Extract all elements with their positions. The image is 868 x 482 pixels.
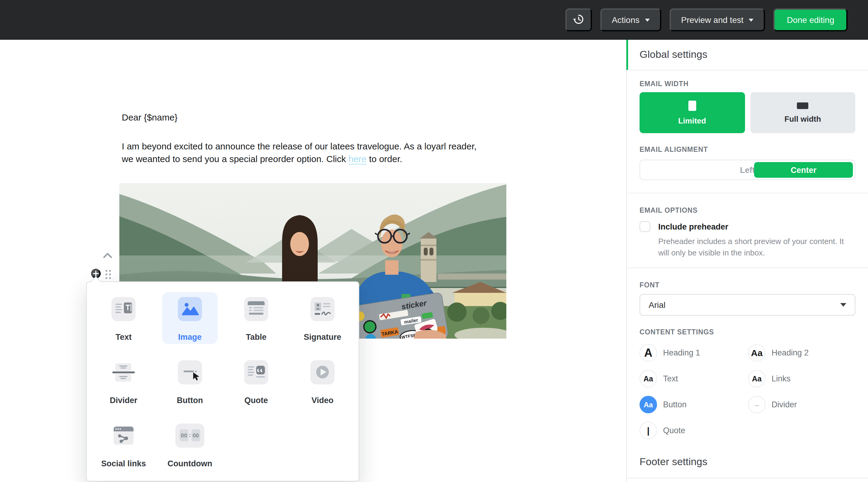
social-links-block-icon — [112, 423, 135, 448]
global-settings-title: Global settings — [640, 49, 707, 61]
quote-block-icon — [244, 360, 268, 384]
block-picker-popup: Text Image — [86, 281, 359, 481]
order-link[interactable]: here — [348, 154, 367, 164]
email-width-full-option[interactable]: Full width — [750, 92, 855, 133]
drag-handle[interactable] — [104, 269, 112, 279]
text-style-icon: Aa — [640, 370, 657, 387]
done-editing-button[interactable]: Done editing — [774, 8, 847, 31]
include-preheader-label: Include preheader — [658, 222, 728, 231]
global-settings-header[interactable]: Global settings — [627, 40, 868, 70]
chevron-down-icon — [645, 19, 650, 22]
content-setting-heading1[interactable]: A Heading 1 — [640, 344, 748, 361]
section-divider — [627, 267, 868, 268]
paragraph-line2-before: we weanted to send you a special preorde… — [122, 154, 348, 164]
block-item-countdown[interactable]: 00 : 00 Countdown — [162, 419, 218, 471]
block-item-image[interactable]: Image — [162, 292, 218, 344]
countdown-block-icon: 00 : 00 — [176, 423, 204, 448]
limited-width-icon — [688, 100, 696, 110]
text-block-icon — [112, 297, 135, 321]
footer-settings-header[interactable]: Footer settings — [627, 446, 868, 478]
svg-text::: : — [189, 432, 191, 438]
block-item-table[interactable]: Table — [228, 292, 284, 344]
svg-text:00: 00 — [193, 432, 199, 439]
section-divider — [627, 193, 868, 193]
font-select-value: Arial — [649, 300, 665, 310]
alignment-center-option[interactable]: Center — [754, 162, 853, 178]
block-item-divider[interactable]: Divider — [96, 355, 151, 407]
preheader-description: Preheader includes a short preview of yo… — [658, 235, 856, 258]
preview-and-test-label: Preview and test — [681, 15, 744, 25]
move-block-up-button[interactable] — [102, 251, 113, 258]
church-tower — [420, 232, 438, 282]
full-width-icon — [797, 102, 809, 109]
actions-label: Actions — [612, 15, 640, 25]
content-setting-divider[interactable]: – Divider — [748, 396, 855, 413]
content-setting-text[interactable]: Aa Text — [640, 370, 748, 387]
paragraph-line2-after: to order. — [367, 154, 402, 164]
topbar: Actions Preview and test Done editing — [0, 0, 868, 40]
email-alignment-heading: EMAIL ALIGNMENT — [640, 146, 855, 153]
heading2-icon: Aa — [748, 344, 766, 361]
block-item-button[interactable]: Button — [162, 355, 218, 407]
image-block-icon — [178, 297, 202, 321]
preview-and-test-button[interactable]: Preview and test — [670, 8, 765, 31]
content-setting-quote[interactable]: | Quote — [640, 422, 748, 439]
font-select[interactable]: Arial — [640, 294, 855, 316]
email-options-heading: EMAIL OPTIONS — [640, 207, 855, 214]
active-section-accent — [626, 40, 628, 70]
content-settings-grid: A Heading 1 Aa Heading 2 Aa Text Aa Link… — [640, 344, 855, 439]
email-alignment-control: Left Center — [640, 160, 855, 180]
heading1-icon: A — [640, 344, 657, 361]
done-editing-label: Done editing — [787, 15, 834, 25]
chevron-down-icon — [840, 303, 846, 307]
email-canvas: Dear {$name} I am beyond excited to anno… — [0, 40, 626, 482]
table-block-icon — [244, 297, 268, 321]
content-setting-links[interactable]: Aa Links — [748, 370, 855, 387]
signature-block-icon — [310, 297, 335, 321]
email-width-heading: EMAIL WIDTH — [640, 80, 855, 87]
actions-button[interactable]: Actions — [600, 8, 661, 31]
chevron-down-icon — [749, 19, 754, 22]
include-preheader-checkbox[interactable] — [640, 221, 650, 232]
block-picker-grid: Text Image — [87, 282, 359, 471]
content-setting-heading2[interactable]: Aa Heading 2 — [748, 344, 855, 361]
paragraph-line1: I am beyond excited to announce the rele… — [122, 141, 476, 151]
block-item-video[interactable]: Video — [295, 355, 350, 407]
divider-block-icon — [112, 360, 135, 384]
settings-sidebar: Global settings EMAIL WIDTH Limited Full… — [626, 40, 868, 482]
block-item-quote[interactable]: Quote — [228, 355, 284, 407]
email-editor: Actions Preview and test Done editing De… — [0, 0, 868, 482]
button-block-icon — [178, 360, 202, 384]
footer-settings-title: Footer settings — [640, 456, 707, 468]
history-icon — [572, 13, 585, 27]
email-paragraph[interactable]: I am beyond excited to announce the rele… — [122, 140, 532, 165]
svg-text:00: 00 — [181, 432, 187, 439]
quote-style-icon: | — [640, 422, 657, 439]
font-heading: FONT — [640, 281, 855, 289]
block-item-signature[interactable]: Signature — [295, 292, 350, 344]
block-item-social-links[interactable]: Social links — [96, 419, 151, 471]
divider-style-icon: – — [748, 396, 766, 413]
email-width-limited-option[interactable]: Limited — [640, 92, 745, 133]
block-item-text[interactable]: Text — [96, 292, 151, 344]
links-style-icon: Aa — [748, 370, 766, 387]
button-style-icon: Aa — [640, 396, 657, 413]
email-greeting-text[interactable]: Dear {$name} — [122, 112, 178, 122]
history-button[interactable] — [565, 8, 592, 31]
content-settings-heading: CONTENT SETTINGS — [640, 328, 855, 335]
video-block-icon — [310, 360, 335, 384]
content-setting-button[interactable]: Aa Button — [640, 396, 748, 413]
